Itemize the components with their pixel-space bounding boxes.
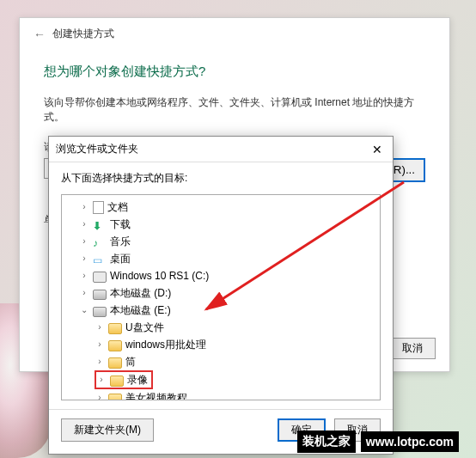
downloads-icon: ⬇ [93, 217, 107, 231]
close-icon[interactable]: ✕ [369, 143, 386, 156]
drive-icon [93, 307, 107, 317]
tree-item-recording-highlight: ›录像 [95, 370, 153, 389]
tree-item-drive-e[interactable]: 本地磁盘 (E:) [110, 302, 171, 319]
desktop-icon: ▭ [93, 252, 107, 266]
dialog-subtitle: 从下面选择快捷方式的目标: [61, 171, 381, 186]
folder-icon [108, 394, 122, 401]
tree-item-winbatch[interactable]: windows用批处理 [125, 336, 206, 353]
folder-icon [108, 357, 122, 369]
tree-item-documents[interactable]: 文档 [107, 198, 128, 216]
folder-icon [108, 323, 122, 334]
back-icon[interactable]: ← [34, 27, 46, 41]
browse-folder-dialog: 浏览文件或文件夹 ✕ 从下面选择快捷方式的目标: ›文档 ›⬇下载 ›♪音乐 ›… [48, 136, 394, 455]
expand-icon[interactable]: › [79, 250, 89, 267]
tree-item-drive-c[interactable]: Windows 10 RS1 (C:) [110, 267, 209, 284]
music-icon: ♪ [93, 235, 107, 248]
expand-icon[interactable]: › [79, 284, 89, 302]
drive-icon [93, 290, 107, 300]
folder-tree[interactable]: ›文档 ›⬇下载 ›♪音乐 ›▭桌面 ›Windows 10 RS1 (C:) … [61, 194, 381, 400]
wizard-description: 该向导帮你创建本地或网络程序、文件、文件夹、计算机或 Internet 地址的快… [44, 95, 425, 125]
tree-item-video-tut[interactable]: 美女视频教程 [125, 389, 187, 400]
watermark-name: 装机之家 [297, 431, 356, 453]
folder-icon [110, 376, 124, 387]
expand-icon[interactable]: › [95, 353, 105, 370]
cancel-button[interactable]: 取消 [389, 338, 436, 359]
expand-icon[interactable]: › [95, 336, 105, 353]
collapse-icon[interactable]: ⌄ [79, 302, 89, 319]
expand-icon[interactable]: › [95, 319, 105, 336]
expand-icon[interactable]: › [79, 233, 89, 250]
tree-item-bamboo[interactable]: 筒 [125, 353, 136, 370]
documents-icon [93, 201, 104, 214]
wizard-heading: 想为哪个对象创建快捷方式? [44, 64, 425, 80]
tree-item-downloads[interactable]: 下载 [110, 216, 131, 233]
tree-item-music[interactable]: 音乐 [110, 233, 131, 250]
tree-item-desktop[interactable]: 桌面 [110, 250, 131, 267]
tree-item-recording[interactable]: 录像 [127, 371, 148, 388]
watermark-url: www.lotpc.com [361, 431, 459, 452]
new-folder-button[interactable]: 新建文件夹(M) [61, 418, 154, 442]
expand-icon[interactable]: › [79, 267, 89, 284]
watermark: 装机之家 www.lotpc.com [297, 431, 459, 453]
wizard-title: 创建快捷方式 [52, 27, 114, 41]
tree-item-drive-d[interactable]: 本地磁盘 (D:) [110, 284, 171, 302]
expand-icon[interactable]: › [96, 371, 107, 388]
folder-icon [108, 340, 122, 351]
drive-icon [93, 272, 107, 283]
dialog-title: 浏览文件或文件夹 [56, 142, 138, 156]
tree-item-usb[interactable]: U盘文件 [125, 319, 164, 336]
expand-icon[interactable]: › [79, 198, 89, 216]
expand-icon[interactable]: › [79, 216, 89, 233]
expand-icon[interactable]: › [95, 389, 105, 400]
